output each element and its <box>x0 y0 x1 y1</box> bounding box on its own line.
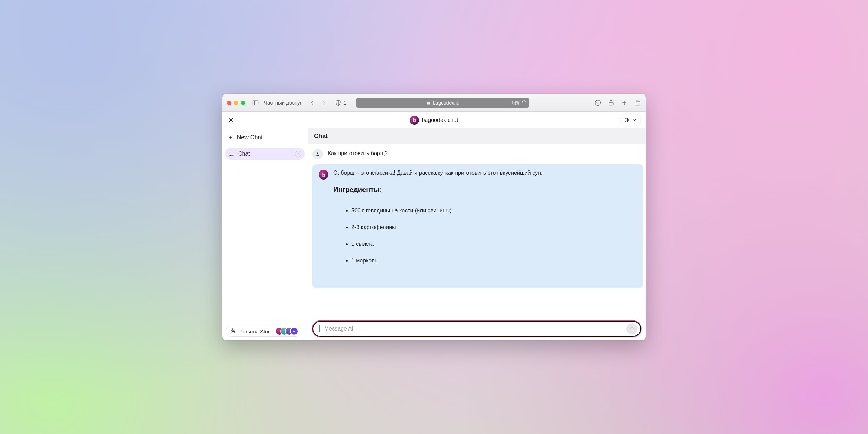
app-header: b bagoodex chat <box>222 112 646 128</box>
ingredients-list: 500 г говядины на кости (или свинины) 2-… <box>333 208 542 264</box>
robot-icon <box>229 328 236 334</box>
user-message-row: Как приготовить борщ? <box>312 149 644 159</box>
contrast-icon <box>624 117 629 123</box>
browser-toolbar: Частный доступ 1 bagoodex.io A文 <box>222 94 646 112</box>
ai-avatar-icon: b <box>319 170 328 180</box>
theme-toggle-button[interactable] <box>620 115 641 125</box>
persona-store-label: Persona Store <box>239 328 273 334</box>
list-item: 1 свекла <box>351 241 542 247</box>
arrow-up-icon <box>629 326 635 332</box>
brand-title: bagoodex chat <box>422 117 458 123</box>
window-zoom-button[interactable] <box>241 101 245 105</box>
avatar-add-icon: + <box>291 328 298 335</box>
message-icon <box>228 151 235 157</box>
sidebar: New Chat Chat ✕ Persona Store + <box>222 128 308 340</box>
new-tab-button[interactable] <box>621 99 628 106</box>
svg-text:A: A <box>514 101 515 103</box>
tab-overview-button[interactable] <box>634 99 641 106</box>
list-item: 1 морковь <box>351 258 542 264</box>
nav-back-button[interactable] <box>309 100 315 106</box>
new-chat-label: New Chat <box>237 134 263 141</box>
input-area <box>308 317 646 340</box>
sidebar-item-chat[interactable]: Chat ✕ <box>225 148 305 160</box>
delete-chat-button[interactable]: ✕ <box>295 151 301 157</box>
message-input[interactable] <box>324 326 623 332</box>
lock-icon <box>426 100 431 105</box>
person-icon <box>315 151 320 157</box>
sidebar-item-label: Chat <box>238 151 250 157</box>
address-bar[interactable]: bagoodex.io A文 <box>356 98 529 108</box>
close-sidebar-button[interactable] <box>227 116 235 124</box>
svg-point-21 <box>233 331 234 332</box>
ingredients-heading: Ингредиенты: <box>333 186 542 194</box>
chevron-down-icon <box>632 117 637 123</box>
brand-logo-icon: b <box>410 116 419 125</box>
plus-icon <box>228 135 233 140</box>
browser-window: Частный доступ 1 bagoodex.io A文 <box>222 94 646 340</box>
share-button[interactable] <box>608 99 615 106</box>
persona-store-button[interactable]: Persona Store + <box>226 326 301 337</box>
svg-text:文: 文 <box>516 102 518 104</box>
svg-rect-12 <box>636 101 640 105</box>
list-item: 500 г говядины на кости (или свинины) <box>351 208 542 214</box>
downloads-button[interactable] <box>594 99 601 106</box>
nav-forward-button[interactable] <box>321 100 327 106</box>
chat-panel: Chat Как приготовить борщ? b О, борщ – э… <box>308 128 646 340</box>
svg-rect-0 <box>253 101 258 105</box>
message-input-bar[interactable] <box>312 321 641 337</box>
window-close-button[interactable] <box>227 101 231 105</box>
list-item: 2-3 картофелины <box>351 224 542 231</box>
svg-point-24 <box>317 152 318 154</box>
private-browsing-label: Частный доступ <box>264 100 303 106</box>
chat-title: Chat <box>308 128 646 144</box>
new-chat-button[interactable]: New Chat <box>225 131 305 144</box>
reload-icon[interactable] <box>521 100 527 105</box>
sidebar-toggle-button[interactable] <box>252 99 259 106</box>
persona-avatars: + <box>276 328 298 335</box>
ai-intro-text: О, борщ – это классика! Давай я расскажу… <box>333 170 542 176</box>
page-content: b bagoodex chat New Chat Chat ✕ <box>222 112 646 340</box>
send-button[interactable] <box>626 323 637 334</box>
url-host: bagoodex.io <box>433 100 459 106</box>
tracker-count: 1 <box>344 100 347 106</box>
privacy-shield-icon[interactable] <box>335 99 342 106</box>
svg-point-23 <box>232 329 233 329</box>
user-message-text: Как приготовить борщ? <box>328 149 388 157</box>
window-controls <box>227 101 245 105</box>
brand: b bagoodex chat <box>410 116 458 125</box>
svg-rect-18 <box>229 152 234 155</box>
chat-scroll[interactable]: Как приготовить борщ? b О, борщ – это кл… <box>308 144 646 317</box>
translate-icon[interactable]: A文 <box>512 100 519 105</box>
svg-point-20 <box>232 331 233 332</box>
window-minimize-button[interactable] <box>234 101 238 105</box>
text-caret <box>319 325 320 332</box>
user-avatar <box>312 149 323 159</box>
ai-message: b О, борщ – это классика! Давай я расска… <box>312 164 643 288</box>
